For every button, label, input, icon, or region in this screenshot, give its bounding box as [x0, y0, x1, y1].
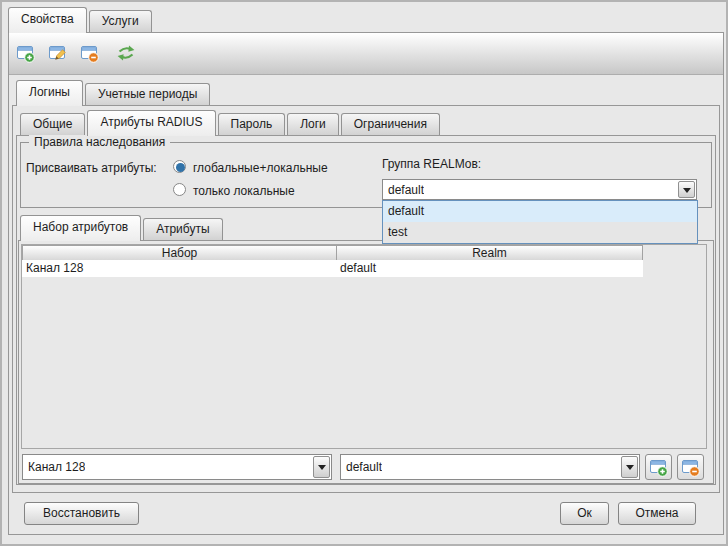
realm-group-label: Группа REALMов:	[382, 157, 481, 171]
realm-group-combo-value: default	[383, 183, 424, 197]
radius-attributes-panel: Правила наследования Присваивать атрибут…	[16, 135, 716, 485]
properties-dialog: Свойства Услуги	[0, 0, 728, 546]
toolbar	[9, 33, 723, 75]
tab-general[interactable]: Общие	[20, 113, 85, 135]
set-combo-value: Канал 128	[23, 460, 85, 474]
tab-radius-attributes[interactable]: Атрибуты RADIUS	[87, 110, 215, 136]
delete-window-icon	[80, 43, 100, 63]
column-header-realm[interactable]: Realm	[336, 245, 643, 261]
tab-services[interactable]: Услуги	[89, 10, 152, 32]
realm-combo-value: default	[341, 460, 382, 474]
edit-button[interactable]	[48, 43, 70, 65]
table-row[interactable]: Канал 128 default	[22, 260, 643, 277]
dropdown-option-default[interactable]: default	[383, 201, 697, 222]
add-row-button[interactable]	[645, 454, 672, 480]
tab-attributes[interactable]: Атрибуты	[143, 218, 222, 240]
add-button[interactable]	[16, 43, 38, 65]
dropdown-option-test[interactable]: test	[383, 222, 697, 243]
realm-combo[interactable]: default	[340, 454, 640, 480]
attribute-set-panel: Набор Realm Канал 128 default Канал 128 …	[18, 240, 714, 484]
radio-global-plus-local[interactable]	[173, 160, 186, 173]
column-header-set[interactable]: Набор	[22, 245, 337, 261]
top-tab-strip: Свойства Услуги	[8, 7, 152, 33]
logins-panel: Общие Атрибуты RADIUS Пароль Логи Ограни…	[12, 105, 720, 493]
delete-button[interactable]	[80, 43, 102, 65]
tab-accounting-periods[interactable]: Учетные периоды	[85, 83, 211, 105]
refresh-button[interactable]	[116, 43, 138, 65]
set-combo[interactable]: Канал 128	[22, 454, 332, 480]
radio-global-plus-local-label: глобальные+локальные	[193, 161, 328, 175]
chevron-down-icon[interactable]	[678, 181, 695, 198]
tab-properties[interactable]: Свойства	[8, 7, 87, 33]
chevron-down-icon[interactable]	[313, 456, 330, 478]
delete-window-icon	[681, 457, 701, 477]
chevron-down-icon[interactable]	[621, 456, 638, 478]
realm-group-dropdown: default test	[382, 200, 698, 244]
radio-local-only[interactable]	[173, 183, 186, 196]
edit-window-icon	[48, 43, 68, 63]
radio-local-only-label: только локальные	[193, 184, 295, 198]
realm-group-combo[interactable]: default	[382, 179, 697, 200]
attr-tab-strip: Набор атрибутов Атрибуты	[20, 215, 223, 241]
add-window-icon	[649, 457, 669, 477]
properties-panel: Логины Учетные периоды Общие Атрибуты RA…	[8, 32, 724, 535]
inheritance-rules-group: Правила наследования Присваивать атрибут…	[20, 142, 712, 208]
cell-set: Канал 128	[26, 261, 83, 276]
tab-password[interactable]: Пароль	[218, 113, 286, 135]
add-window-icon	[16, 43, 36, 63]
cancel-button[interactable]: Отмена	[618, 502, 696, 525]
ok-button[interactable]: Ок	[560, 502, 609, 525]
restore-button[interactable]: Восстановить	[24, 502, 139, 525]
cell-realm: default	[340, 261, 376, 276]
remove-row-button[interactable]	[677, 454, 704, 480]
assign-attributes-label: Присваивать атрибуты:	[26, 161, 157, 175]
tab-logins[interactable]: Логины	[16, 80, 83, 106]
tab-restrictions[interactable]: Ограничения	[341, 113, 440, 135]
attribute-set-table: Набор Realm Канал 128 default	[21, 244, 707, 449]
group-title: Правила наследования	[29, 135, 170, 149]
logins-tab-strip: Логины Учетные периоды	[16, 80, 210, 106]
radius-tab-strip: Общие Атрибуты RADIUS Пароль Логи Ограни…	[20, 110, 440, 136]
refresh-icon	[116, 43, 136, 63]
tab-attribute-set[interactable]: Набор атрибутов	[20, 215, 141, 241]
tab-logs[interactable]: Логи	[287, 113, 339, 135]
